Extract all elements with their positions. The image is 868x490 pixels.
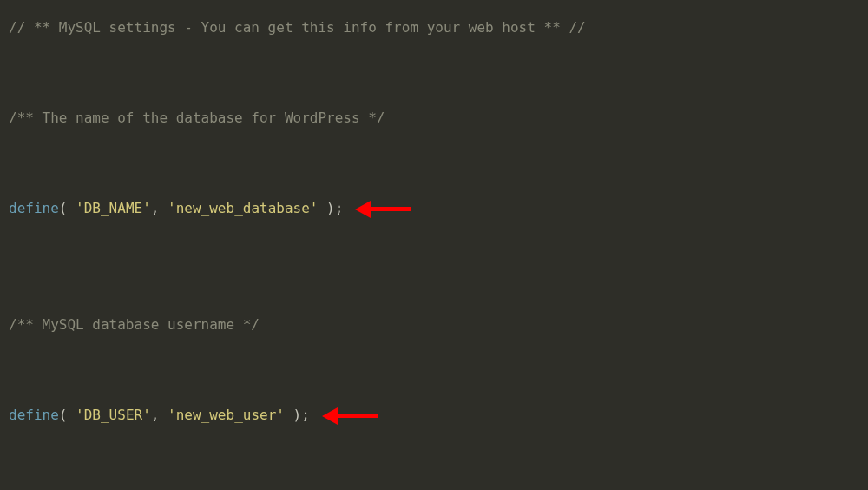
arrow-annotation-icon — [367, 207, 411, 211]
dbname-key: 'DB_NAME' — [76, 198, 151, 219]
paren-close: ) — [293, 405, 302, 426]
dbname-value: 'new_web_database' — [168, 198, 318, 219]
comment-header: // ** MySQL settings - You can get this … — [9, 17, 586, 38]
paren-close: ) — [326, 198, 335, 219]
comment-dbname: /** The name of the database for WordPre… — [9, 108, 385, 129]
semicolon: ; — [301, 405, 310, 426]
code-block: // ** MySQL settings - You can get this … — [9, 17, 859, 490]
comment-dbname-line: /** The name of the database for WordPre… — [9, 108, 859, 129]
arrow-annotation-icon — [334, 414, 378, 418]
semicolon: ; — [335, 198, 344, 219]
define-dbname-line: define( 'DB_NAME', 'new_web_database' ); — [9, 198, 859, 219]
define-keyword: define — [9, 405, 59, 426]
comma: , — [151, 198, 160, 219]
comment-header-line: // ** MySQL settings - You can get this … — [9, 17, 859, 38]
dbuser-key: 'DB_USER' — [76, 405, 151, 426]
paren-open: ( — [59, 405, 68, 426]
comment-dbuser-line: /** MySQL database username */ — [9, 315, 859, 335]
comma: , — [151, 405, 160, 426]
dbuser-value: 'new_web_user' — [168, 405, 285, 426]
define-keyword: define — [9, 198, 59, 219]
paren-open: ( — [59, 198, 68, 219]
define-dbuser-line: define( 'DB_USER', 'new_web_user' ); — [9, 405, 859, 426]
comment-dbuser: /** MySQL database username */ — [9, 315, 260, 335]
